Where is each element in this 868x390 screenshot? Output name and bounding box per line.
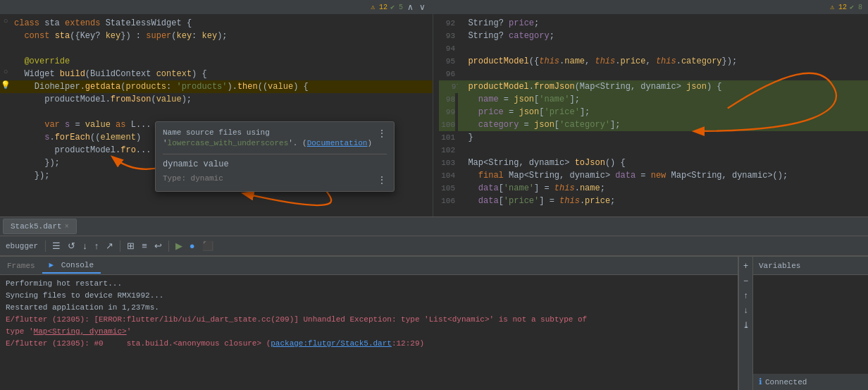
debugger-step-out-btn[interactable]: ↑	[92, 239, 101, 252]
line-num: 95	[439, 55, 455, 68]
tooltip-item[interactable]: dynamic value	[163, 157, 387, 171]
line-num: 98	[439, 93, 455, 106]
tooltip-title: Name source files using 'lowercase_with_…	[163, 128, 377, 150]
tooltip-type: Type: dynamic ⋮	[163, 174, 387, 185]
code-line	[0, 42, 433, 55]
debugger-restart-btn[interactable]: ↺	[66, 239, 78, 252]
var-add-btn[interactable]: +	[742, 260, 750, 272]
bottom-area: Frames ▶ Console Performing hot restart.…	[0, 256, 868, 390]
var-minus-btn[interactable]: −	[742, 274, 750, 287]
tab-console[interactable]: ▶ Console	[42, 257, 101, 274]
console-panel: Frames ▶ Console Performing hot restart.…	[0, 257, 738, 390]
main-container: ⚠ 12 ✔ 5 ∧ ∨ ○ class sta extends Statele…	[0, 0, 868, 390]
variables-toolbar: + − ↑ ↓ ⤓	[738, 257, 752, 390]
connected-badge: ℹ Connected	[753, 374, 868, 390]
variables-panel: Variables ℹ Connected	[752, 257, 868, 390]
nav-up-button[interactable]: ∧	[406, 2, 415, 12]
variables-title: Variables	[759, 262, 800, 270]
debugger-record-btn[interactable]: ●	[187, 239, 197, 252]
console-line: Syncing files to device RMX1992...	[6, 290, 732, 302]
line-gutter-warn: 💡	[0, 80, 11, 90]
debugger-label: ebugger	[6, 242, 38, 250]
line-num: 100	[439, 118, 455, 131]
code-area: ⚠ 12 ✔ 5 ∧ ∨ ○ class sta extends Statele…	[0, 0, 868, 217]
right-code-line: data['name'] = this.name;	[458, 182, 868, 195]
tooltip-item-label: dynamic value	[163, 159, 229, 169]
right-code-line	[458, 68, 868, 80]
tab-bar: Stack5.dart ×	[0, 217, 868, 236]
console-tabs: Frames ▶ Console	[0, 257, 738, 275]
debugger-sep3	[168, 240, 169, 252]
nav-down-button[interactable]: ∨	[418, 2, 427, 12]
tooltip-type-label: Type: dynamic	[163, 174, 223, 185]
line-num: 93	[439, 30, 455, 42]
connected-label: Connected	[765, 378, 807, 386]
tooltip-menu-button[interactable]: ⋮	[377, 128, 387, 139]
line-content: productModel.fromJson(value);	[11, 93, 433, 106]
right-top-bar: ⚠ 12 ✔ 8	[433, 0, 868, 14]
right-code-line-highlight: name = json['name'];	[458, 93, 868, 106]
line-content	[11, 42, 433, 55]
variables-content	[753, 275, 868, 374]
console-error-line-link: E/flutter (12305): #0 sta.build.<anonymo…	[6, 338, 732, 350]
console-line: Performing hot restart...	[6, 278, 732, 290]
code-line: @override	[0, 55, 433, 68]
left-check-badge: ✔ 5	[390, 3, 403, 11]
line-num: 103	[439, 157, 455, 169]
line-content: @override	[11, 55, 433, 68]
console-error-line: E/flutter (12305): [ERROR:flutter/lib/ui…	[6, 314, 732, 326]
tooltip-doc-link[interactable]: Documentation	[307, 139, 368, 147]
right-code-line: String? price;	[458, 17, 868, 30]
tab-console-label: Console	[61, 261, 94, 269]
variables-section: + − ↑ ↓ ⤓ Variables ℹ Connected	[738, 257, 868, 390]
debugger-bar: ebugger ☰ ↺ ↓ ↑ ↗ ⊞ ≡ ↩ ▶ ● ⬛	[0, 236, 868, 256]
right-code-line-highlight: category = json['category'];	[458, 118, 868, 131]
var-end-btn[interactable]: ⤓	[741, 319, 751, 331]
tab-close-button[interactable]: ×	[65, 223, 69, 231]
right-code-line: String? category;	[458, 30, 868, 42]
line-content	[11, 106, 433, 118]
code-line: productModel.fromJson(value);	[0, 93, 433, 106]
right-code-line	[458, 144, 868, 157]
right-code-line: final Map<String, dynamic> data = new Ma…	[458, 169, 868, 182]
console-output: Performing hot restart... Syncing files …	[0, 275, 738, 390]
debugger-run-btn[interactable]: ▶	[173, 239, 185, 252]
debugger-list-btn[interactable]: ≡	[140, 239, 149, 252]
variables-header: Variables	[753, 257, 868, 275]
line-num: 102	[439, 144, 455, 157]
line-num: 104	[439, 169, 455, 182]
debugger-step-over-btn[interactable]: ↗	[104, 239, 116, 252]
tab-frames[interactable]: Frames	[0, 259, 42, 273]
connected-icon: ℹ	[759, 377, 762, 387]
line-num: 94	[439, 42, 455, 55]
line-num: 105	[439, 182, 455, 195]
right-code-line: data['price'] = this.price;	[458, 195, 868, 207]
tooltip-popup: Name source files using 'lowercase_with_…	[155, 121, 395, 192]
left-pane: ⚠ 12 ✔ 5 ∧ ∨ ○ class sta extends Statele…	[0, 0, 433, 217]
code-line: const sta({Key? key}) : super(key: key);	[0, 30, 433, 42]
line-content: Diohelper.getdata(products: 'products').…	[11, 80, 433, 93]
line-content: Widget build(BuildContext context) {	[11, 68, 433, 80]
debugger-menu-btn[interactable]: ☰	[50, 239, 63, 252]
tooltip-expand-button[interactable]: ⋮	[377, 174, 387, 185]
tab-stack5[interactable]: Stack5.dart ×	[3, 219, 77, 234]
debugger-back-btn[interactable]: ↩	[152, 239, 164, 252]
debugger-step-into-btn[interactable]: ↓	[80, 239, 89, 252]
line-num: 96	[439, 68, 455, 80]
debugger-sep	[45, 240, 46, 252]
debugger-grid-btn[interactable]: ⊞	[125, 239, 137, 252]
tab-frames-label: Frames	[7, 262, 35, 270]
code-line-warn: 💡 Diohelper.getdata(products: 'products'…	[0, 80, 433, 93]
var-up-btn[interactable]: ↑	[743, 289, 750, 302]
right-code-line: productModel({this.name, this.price, thi…	[458, 55, 868, 68]
right-code-line	[458, 42, 868, 55]
line-content: const sta({Key? key}) : super(key: key);	[11, 30, 433, 42]
line-gutter: ○	[0, 68, 11, 76]
right-content-wrapper: 92 93 94 95 96 97 98 99 100 101 102 103 …	[433, 14, 868, 210]
stack-trace-link[interactable]: package:flutgr/Stack5.dart	[271, 339, 392, 348]
var-down-btn[interactable]: ↓	[743, 304, 750, 317]
console-icon: ▶	[49, 261, 54, 269]
debugger-nav-btn[interactable]: ⬛	[200, 239, 216, 252]
right-check-badge: ✔ 8	[850, 3, 862, 11]
line-gutter: ○	[0, 17, 11, 25]
